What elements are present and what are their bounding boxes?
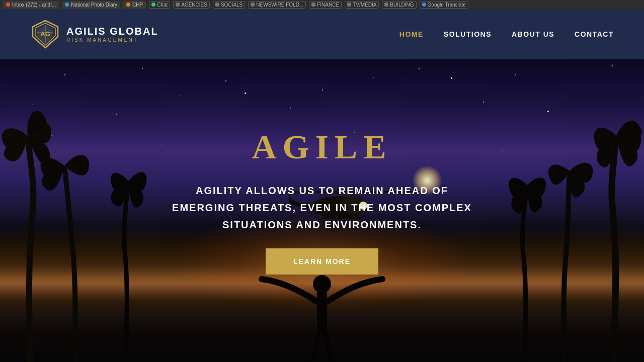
svg-point-6 — [313, 275, 331, 293]
bookmark-building[interactable]: BUILDING — [382, 1, 416, 9]
nav-link-solutions[interactable]: SOLUTIONS — [444, 30, 492, 38]
learn-more-button[interactable]: LEARN MORE — [266, 248, 378, 275]
logo-subtitle: RISK MANAGEMENT — [66, 37, 158, 43]
bookmark-newswire[interactable]: NEWSWIRE FOLD... — [248, 1, 306, 9]
bookmark-translate[interactable]: Google Translate — [420, 1, 468, 9]
nav-item-solutions[interactable]: SOLUTIONS — [444, 30, 492, 39]
logo-icon: AG — [30, 19, 60, 49]
nav-link-about[interactable]: ABOUT US — [512, 30, 554, 38]
nav-link-home[interactable]: HOME — [399, 30, 424, 38]
browser-bar: Inbox (272) - andr... National Photo Dia… — [0, 0, 644, 9]
nav-item-contact[interactable]: CONTACT — [575, 30, 614, 39]
logo-text: AGILIS GLOBAL RISK MANAGEMENT — [66, 26, 158, 43]
nav-link-contact[interactable]: CONTACT — [575, 30, 614, 38]
bookmark-tvmedia[interactable]: TV/MEDIA — [345, 1, 379, 9]
logo-title: AGILIS GLOBAL — [66, 26, 158, 37]
hero-section: AGILE AGILITY ALLOWS US TO REMAIN AHEAD … — [0, 59, 644, 362]
svg-text:AG: AG — [40, 30, 50, 38]
tab-chp[interactable]: CHP — [123, 1, 146, 9]
nav-item-home[interactable]: HOME — [399, 30, 424, 39]
hero-content: AGILE AGILITY ALLOWS US TO REMAIN AHEAD … — [172, 127, 472, 275]
navbar: AG AGILIS GLOBAL RISK MANAGEMENT HOME SO… — [0, 9, 644, 59]
palm-tree-right — [543, 121, 644, 362]
nav-menu: HOME SOLUTIONS ABOUT US CONTACT — [399, 30, 614, 39]
nav-item-about[interactable]: ABOUT US — [512, 30, 554, 39]
hero-subtitle: AGILITY ALLOWS US TO REMAIN AHEAD OF EME… — [172, 182, 472, 233]
tab-photo-diary[interactable]: National Photo Diary — [62, 1, 120, 9]
bookmark-agencies[interactable]: AGENCIES — [173, 1, 210, 9]
palm-tree-center-left — [101, 151, 161, 362]
logo-area[interactable]: AG AGILIS GLOBAL RISK MANAGEMENT — [30, 19, 158, 49]
hero-title: AGILE — [252, 127, 392, 167]
tab-inbox[interactable]: Inbox (272) - andr... — [3, 1, 59, 9]
palm-tree-left — [0, 111, 91, 362]
palm-tree-center-right — [483, 161, 553, 362]
bookmark-chat[interactable]: Chat — [149, 1, 170, 9]
bookmark-socials[interactable]: SOCIALS — [213, 1, 245, 9]
svg-rect-5 — [317, 292, 327, 332]
bookmark-finance[interactable]: FINANCE — [309, 1, 342, 9]
